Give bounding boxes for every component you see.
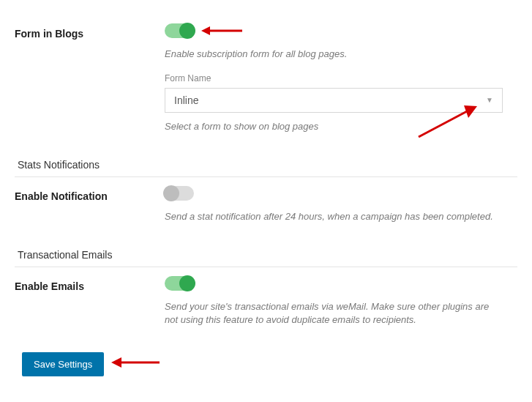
- svg-marker-3: [464, 105, 477, 118]
- enable-emails-label: Enable Emails: [15, 276, 165, 328]
- enable-notification-toggle[interactable]: [165, 186, 194, 201]
- svg-marker-1: [201, 26, 210, 35]
- svg-marker-5: [111, 357, 121, 368]
- enable-notification-row: Enable Notification Send a stat notifica…: [15, 177, 517, 239]
- enable-emails-content: Send your site's transactional emails vi…: [165, 276, 517, 328]
- save-settings-button[interactable]: Save Settings: [22, 352, 104, 376]
- annotation-arrow-icon: [200, 22, 244, 40]
- enable-notification-helper: Send a stat notification after 24 hours,…: [165, 210, 503, 224]
- enable-emails-helper: Send your site's transactional emails vi…: [165, 300, 503, 328]
- form-in-blogs-helper: Enable subscription form for all blog pa…: [165, 48, 503, 62]
- enable-emails-toggle[interactable]: [165, 276, 194, 291]
- enable-notification-content: Send a stat notification after 24 hours,…: [165, 186, 517, 224]
- form-name-select[interactable]: Inline ▼: [165, 88, 503, 113]
- form-name-value: Inline: [174, 94, 198, 106]
- transactional-emails-header: Transactional Emails: [15, 243, 517, 267]
- enable-emails-row: Enable Emails Send your site's transacti…: [15, 267, 517, 343]
- stats-notifications-header: Stats Notifications: [15, 153, 517, 177]
- enable-notification-label: Enable Notification: [15, 186, 165, 224]
- form-name-helper: Select a form to show on blog pages: [165, 120, 503, 134]
- form-in-blogs-label: Form in Blogs: [15, 23, 165, 134]
- form-in-blogs-row: Form in Blogs Enable subscription form f…: [15, 15, 517, 149]
- form-in-blogs-content: Enable subscription form for all blog pa…: [165, 23, 517, 134]
- caret-down-icon: ▼: [486, 96, 493, 104]
- annotation-arrow-icon: [110, 354, 161, 371]
- form-in-blogs-toggle[interactable]: [165, 23, 194, 38]
- form-name-label: Form Name: [165, 73, 503, 83]
